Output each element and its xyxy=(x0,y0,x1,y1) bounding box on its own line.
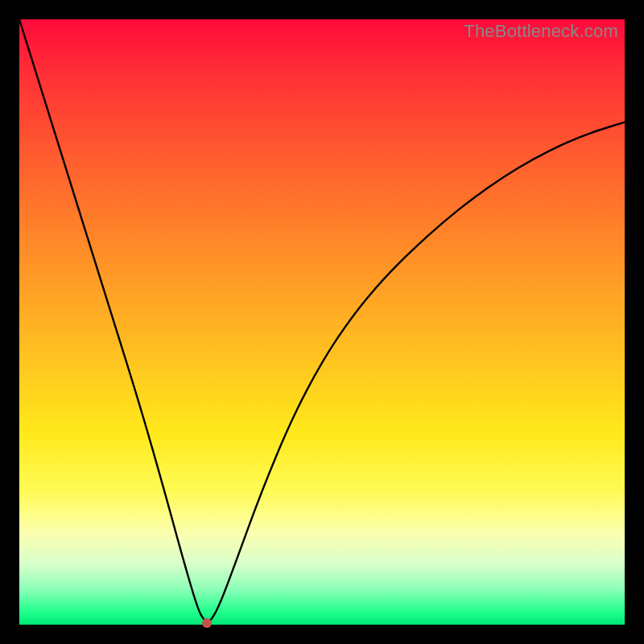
bottleneck-curve xyxy=(19,19,625,625)
minimum-marker-dot xyxy=(202,618,212,628)
plot-area: TheBottleneck.com xyxy=(19,19,625,625)
chart-frame: TheBottleneck.com xyxy=(0,0,644,644)
